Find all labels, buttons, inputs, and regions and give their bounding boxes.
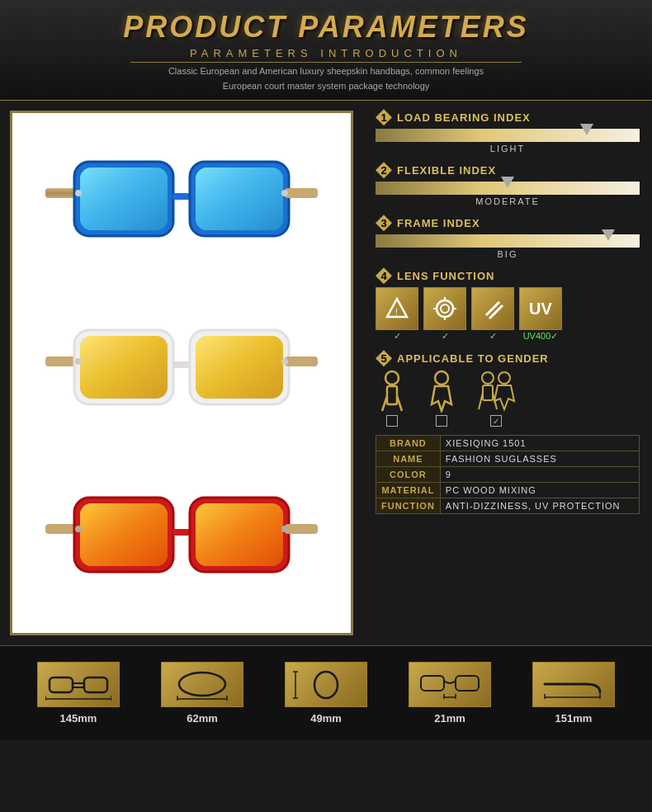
spec-number-2: 2 xyxy=(376,162,392,178)
svg-rect-19 xyxy=(196,336,283,399)
measurement-value-5: 151mm xyxy=(555,712,593,725)
svg-rect-50 xyxy=(483,385,493,400)
spec-number-4: 4 xyxy=(376,267,392,284)
svg-text:!: ! xyxy=(395,308,398,317)
lens-icon-radiation: ! xyxy=(376,287,418,330)
svg-point-10 xyxy=(75,190,82,196)
uv-label: UV xyxy=(529,300,552,319)
table-row: BRAND XIESIQING 1501 xyxy=(376,436,640,451)
svg-rect-5 xyxy=(172,193,191,200)
svg-rect-4 xyxy=(80,168,168,230)
measurement-49: 49mm xyxy=(285,662,367,725)
measurement-151: 151mm xyxy=(532,662,615,725)
svg-point-21 xyxy=(75,358,82,365)
lens-icon-uv: UV xyxy=(519,287,562,330)
svg-point-32 xyxy=(75,526,82,532)
spec-title-4: LENS FUNCTION xyxy=(397,270,494,282)
svg-rect-56 xyxy=(73,683,84,687)
load-bearing-indicator xyxy=(580,124,593,135)
measurement-icon-bridge xyxy=(409,662,491,707)
gender-grid: ✓ xyxy=(376,370,640,427)
svg-point-64 xyxy=(314,672,338,698)
spec-title-5: APPLICABLE TO GENDER xyxy=(397,352,549,365)
svg-rect-31 xyxy=(285,524,318,534)
svg-rect-55 xyxy=(84,677,107,692)
value-function: ANTI-DIZZINESS, UV PROTECTION xyxy=(440,498,639,514)
uv-check: UV400✓ xyxy=(523,331,559,342)
flexible-label: MODERATE xyxy=(376,196,640,206)
page-title: PRODUCT PARAMETERS xyxy=(0,10,652,45)
lens-function-grid: ! ✓ xyxy=(376,287,640,342)
label-material: MATERIAL xyxy=(376,483,441,498)
measurement-icon-lens-w xyxy=(161,662,243,707)
svg-rect-16 xyxy=(172,361,191,368)
svg-rect-68 xyxy=(421,676,444,691)
measurement-icon-width xyxy=(37,662,120,707)
label-color: COLOR xyxy=(376,467,441,483)
spec-title-3: FRAME INDEX xyxy=(397,217,480,229)
table-row: FUNCTION ANTI-DIZZINESS, UV PROTECTION xyxy=(376,498,640,514)
right-panel: 1 LOAD BEARING INDEX LIGHT 2 FLEXIBLE IN… xyxy=(363,101,652,645)
table-row: NAME FASHION SUGLASSES xyxy=(376,451,640,467)
measurement-value-3: 49mm xyxy=(310,712,342,725)
load-bearing-bar xyxy=(376,129,640,142)
measurement-value-2: 62mm xyxy=(187,712,218,725)
spec-frame: 3 FRAME INDEX BIG xyxy=(376,215,640,259)
frame-indicator xyxy=(602,229,615,241)
gender-male-checkbox[interactable] xyxy=(386,415,398,427)
svg-rect-8 xyxy=(196,168,283,230)
svg-rect-15 xyxy=(80,336,168,399)
svg-rect-54 xyxy=(50,677,73,692)
svg-point-48 xyxy=(435,371,448,385)
measurement-icon-lens-h xyxy=(285,662,367,707)
bottom-measurements: 145mm 62mm 49mm xyxy=(0,645,652,740)
glasses-red xyxy=(41,467,322,616)
svg-point-53 xyxy=(498,372,510,384)
table-row: COLOR 9 xyxy=(376,467,640,483)
measurement-value-1: 145mm xyxy=(60,712,97,725)
svg-point-33 xyxy=(281,526,288,532)
lens-check-1: ✓ xyxy=(394,331,401,342)
header-section: PRODUCT PARAMETERS PARAMETERS INTRODUCTI… xyxy=(0,0,652,101)
both-gender-icon xyxy=(475,370,517,413)
svg-point-11 xyxy=(281,190,288,196)
lens-icon-glare xyxy=(423,287,466,330)
svg-rect-69 xyxy=(456,676,479,691)
header-divider xyxy=(130,62,522,63)
measurement-value-4: 21mm xyxy=(434,712,465,725)
gender-male xyxy=(376,370,409,427)
flexible-bar xyxy=(376,182,640,195)
svg-rect-30 xyxy=(196,503,283,566)
svg-rect-9 xyxy=(285,188,318,198)
label-brand: BRAND xyxy=(376,436,441,451)
glasses-display xyxy=(10,111,353,635)
svg-point-36 xyxy=(437,300,453,317)
glasses-white xyxy=(41,299,322,447)
value-name: FASHION SUGLASSES xyxy=(440,451,639,467)
lens-check-2: ✓ xyxy=(442,331,449,342)
spec-load-bearing: 1 LOAD BEARING INDEX LIGHT xyxy=(376,109,640,153)
svg-line-42 xyxy=(486,302,499,315)
table-row: MATERIAL PC WOOD MIXING xyxy=(376,483,640,498)
flexible-indicator xyxy=(501,177,514,188)
gender-female-checkbox[interactable] xyxy=(436,415,447,427)
frame-bar xyxy=(376,234,640,248)
svg-rect-26 xyxy=(80,503,168,566)
value-color: 9 xyxy=(440,467,639,483)
left-panel xyxy=(0,101,363,645)
header-subtitle: PARAMETERS INTRODUCTION xyxy=(0,47,652,59)
gender-both-checkbox[interactable]: ✓ xyxy=(490,415,502,427)
male-icon xyxy=(376,370,409,413)
label-function: FUNCTION xyxy=(376,498,441,514)
svg-rect-27 xyxy=(172,529,191,536)
details-table: BRAND XIESIQING 1501 NAME FASHION SUGLAS… xyxy=(376,435,640,514)
spec-title-1: LOAD BEARING INDEX xyxy=(397,111,531,124)
svg-rect-20 xyxy=(285,356,318,366)
spec-gender: 5 APPLICABLE TO GENDER xyxy=(376,350,640,427)
spec-number-5: 5 xyxy=(376,350,392,366)
lens-check-3: ✓ xyxy=(489,331,497,342)
gender-both: ✓ xyxy=(475,370,517,427)
label-name: NAME xyxy=(376,451,441,467)
value-material: PC WOOD MIXING xyxy=(440,483,639,498)
gender-female xyxy=(425,370,458,427)
